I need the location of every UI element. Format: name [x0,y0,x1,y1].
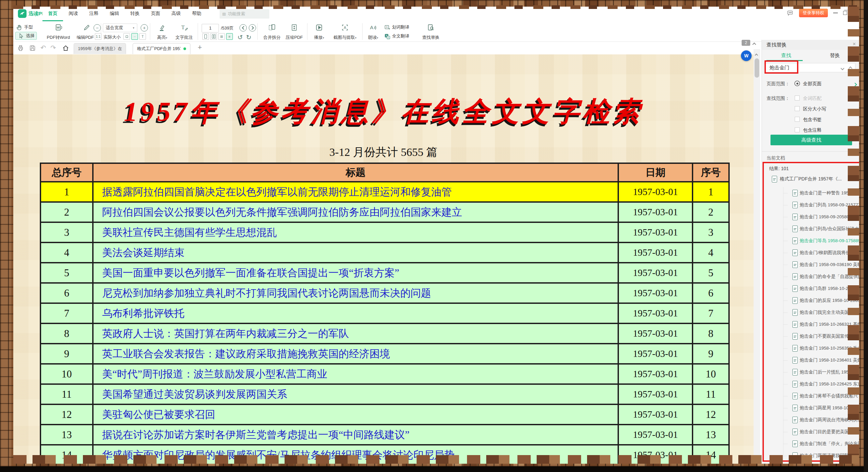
play-button[interactable]: 播放▾ [310,23,328,41]
view-facing-button[interactable] [210,33,217,40]
checkbox-include-bookmarks[interactable] [795,117,800,122]
search-result-item[interactable]: 炮击金门的命令是「自愿提供的情报 [762,271,859,283]
vertical-scrollbar[interactable] [753,49,760,464]
search-result-item[interactable]: 炮击金门的反应 1958-10-286308 杭 [762,294,859,307]
find-replace-button[interactable]: 查找替换 [420,23,442,41]
cell-title: 英政府人士说：英国打算在两年内裁减三分之一的军队 [93,323,618,344]
cell-seq: 3 [692,222,729,243]
rotate-ccw-button[interactable]: ↺ [238,33,243,41]
play-icon [315,23,323,32]
login-button[interactable]: 登录享特权 [799,9,828,17]
print-button[interactable] [17,44,25,52]
cell-date: 1957-03-01 [618,384,692,404]
save-button[interactable] [29,44,36,52]
cell-date: 1957-03-01 [618,323,692,344]
search-result-item[interactable]: 炮击金门等岛 1958-09-175889 美 [762,235,859,247]
search-input[interactable]: 炮击金门 [764,63,856,72]
divider [762,151,859,152]
search-result-item[interactable]: 炮击金门 1958-10-266321 基维特到 [762,318,859,331]
word-translate-button[interactable]: A 划词翻译 [384,23,409,31]
unsaved-dot-icon [183,48,186,50]
search-result-item[interactable]: 炮击金门我完全主动美国务院恼羞成 [762,307,859,318]
fit-width-button[interactable]: ·· [131,33,138,40]
search-result-item[interactable]: 炮击金门岛群 1958-10-296288叶公 [762,283,859,294]
search-result-item[interactable]: 炮击金门两星周 1958-10-166519 美 [762,402,859,414]
collapse-toolbar-button[interactable] [753,41,755,47]
next-page-button[interactable] [249,24,256,32]
redo-button[interactable]: ↷ [51,44,56,51]
text-note-icon: T [180,23,188,32]
doc-tab-1959[interactable]: 1959年《参考消息》在线全文... [74,43,126,54]
search-result-item[interactable]: 炮击金门是一种警告 1957-07-16 23 [762,187,859,199]
pdf-to-word-fab[interactable]: W [741,51,751,61]
search-result-item[interactable]: 炮击金门后一片慌乱 1958-10-2264 [762,366,859,378]
prev-page-button[interactable] [240,24,247,32]
capture-extract-button[interactable]: A 截图与提取▾ [330,23,360,41]
checkbox-include-annotations[interactable] [795,127,800,132]
case-row: 区分大小写 [762,105,859,113]
table-row: 10美“时代”周刊报道：波兰鼓励发展小型私营工商业1957-03-0110 [40,364,729,384]
search-result-item[interactable]: 炮击金门不要跟美国宣传为「侵略」 [762,331,859,342]
wood-frame-right-edge [848,7,859,464]
document-icon [793,285,798,292]
one-to-one-icon[interactable]: 1:1 [95,33,101,40]
undo-button[interactable]: ↶ [40,44,46,51]
search-result-item[interactable]: 炮击金门列岛/合众国际社说大担二担 [762,223,859,235]
zoom-in-button[interactable]: + [141,24,148,32]
pdf-to-word-button[interactable]: W PDF转Word [44,23,73,41]
view-grid-button[interactable]: ⊞ [218,33,225,40]
tab-find[interactable]: 查找 [762,51,811,61]
document-tab-bar: ↶ ↷ 1959年《参考消息》在线全文... 格式工厂PDF合并 1957年《参… [13,42,859,54]
zoom-mode-select[interactable]: 适合宽度▾ [103,24,137,32]
fit-page-button[interactable] [123,33,130,40]
search-result-item[interactable]: 炮击金门列岛 1958-09-215777 侵台 [762,199,859,211]
search-result-item[interactable]: 炮击金门目的是要把美国强盗赶出台 [762,426,859,438]
text-zoom-button[interactable]: T [139,33,146,40]
search-result-item[interactable]: 炮击金门两周说台湾海峡局势发生了 [762,414,859,426]
highlight-button[interactable]: 高亮▾ [154,23,170,41]
function-search-input[interactable]: ⊞ 功能搜索 [220,9,269,19]
merge-split-button[interactable]: 合并拆分 [261,23,283,41]
page-number-input[interactable]: 1 [202,24,219,32]
search-result-item[interactable]: 炮击金门 1958-10-226425 东京人士 [762,378,859,390]
checkbox-whole-word[interactable] [795,96,800,100]
chat-icon[interactable] [786,9,794,17]
search-result-item[interactable]: 炮击金门 1958-09-205807 侵台美军 [762,211,859,223]
doc-tab-1957-active[interactable]: 格式工厂PDF合并 1957年《参... [133,43,190,54]
compress-pdf-button[interactable]: 压缩PDF [284,23,305,41]
table-row: 13据说在讨论苏加诺方案时各伊斯兰党曾考虑提出一项“中间路线建议”1957-03… [40,424,729,445]
search-result-item[interactable]: 炮击金门 1958-10-256353 毛主席同 [762,342,859,354]
doc-subtitle: 3-12 月份共计 5655 篇 [13,145,753,160]
view-continuous-button[interactable]: ≡ [226,33,233,40]
scroll-thumb[interactable] [754,58,759,77]
fulltext-translate-button[interactable]: A 文 全文翻译 [384,32,409,40]
search-result-item[interactable]: 炮击金门 1958-09-036190 美联社 [762,259,859,271]
hand-tool-button[interactable]: 手型 [15,23,33,31]
checkbox-case-sensitive[interactable] [795,106,800,111]
search-result-item[interactable]: 炮击金门/柳鹛图说我将使用重型的大 [762,247,859,259]
radio-all-pages[interactable] [794,81,800,86]
results-tree-root[interactable]: 格式工厂PDF合并 1957年《... [772,176,842,182]
search-result-item[interactable]: 炮击金门 1958-10-236401 美爆炸 [762,354,859,366]
rotate-cw-button[interactable]: ↻ [246,33,251,41]
select-tool-button[interactable]: 选择 [15,32,37,40]
svg-text:A: A [344,26,346,30]
restore-window-button[interactable] [843,11,847,15]
advanced-find-button[interactable]: 高级查找 [771,135,852,145]
header-total-no: 总序号 [40,163,93,182]
word-translate-icon: A [384,24,391,31]
scroll-up-icon[interactable] [755,52,757,58]
find-next-button[interactable] [841,65,844,71]
text-annotation-button[interactable]: T 文字批注 [173,23,195,41]
view-single-page-button[interactable] [202,33,209,40]
search-result-item[interactable]: 炮击金门蒋帮不会骚扰我船只 1958- [762,390,859,402]
cell-date: 1957-03-01 [618,283,692,303]
home-button[interactable] [62,44,70,52]
read-aloud-button[interactable]: A 朗读▾ [365,23,381,41]
zoom-out-button[interactable]: − [94,24,101,32]
actual-size-button[interactable]: 实际大小 [103,33,121,41]
new-tab-button[interactable]: + [198,44,202,51]
minimize-button[interactable] [833,12,838,13]
search-result-item[interactable]: 炮击金门制造「停火」舆论妄图我将 [762,438,859,450]
hand-icon [15,24,23,31]
